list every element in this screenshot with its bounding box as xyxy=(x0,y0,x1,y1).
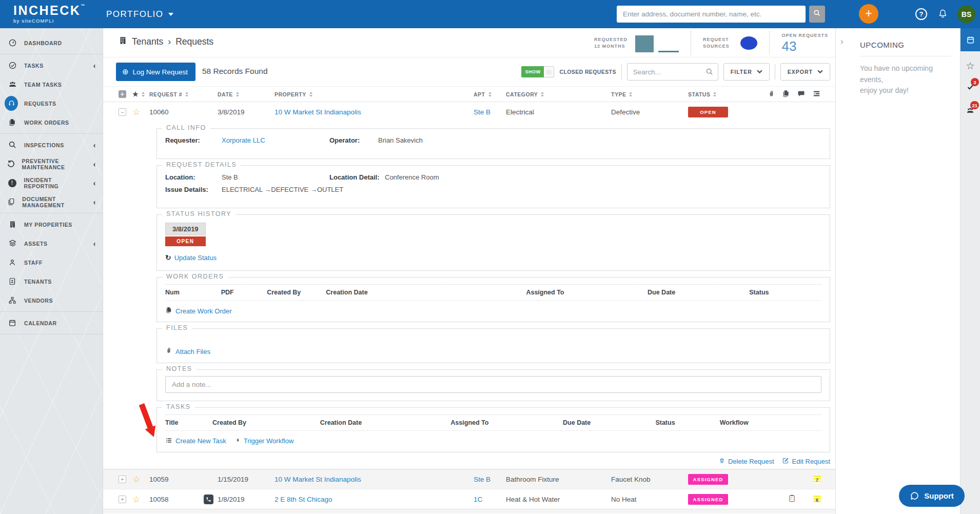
sidebar-item-calendar[interactable]: CALENDAR xyxy=(0,313,103,332)
export-button[interactable]: EXPORT xyxy=(780,63,830,81)
sidebar-item-work-orders[interactable]: WORK ORDERS xyxy=(0,113,103,132)
star-icon[interactable] xyxy=(132,107,140,117)
global-search-button[interactable] xyxy=(809,6,825,23)
sidebar-item-assets[interactable]: ASSETS xyxy=(0,234,103,253)
sidebar-item-tasks[interactable]: TASKS xyxy=(0,56,103,75)
upcoming-panel: › UPCOMING You have no upcoming events, … xyxy=(835,28,960,514)
portfolio-menu[interactable]: PORTFOLIO xyxy=(106,0,173,28)
log-new-request-button[interactable]: Log New Request xyxy=(116,63,195,81)
inspection-clipboard-icon[interactable] xyxy=(788,494,796,504)
task-count-badge[interactable]: 6 xyxy=(813,496,821,503)
apt-link[interactable]: Ste B xyxy=(474,108,491,116)
sidebar-item-incident-reporting[interactable]: INCIDENT REPORTING xyxy=(0,173,103,192)
open-requests-widget[interactable]: OPEN REQUESTS 43 xyxy=(781,32,834,54)
sort-icon[interactable] xyxy=(142,92,145,97)
sidebar-item-dashboard[interactable]: DASHBOARD xyxy=(0,33,103,52)
rail-tasks-button[interactable]: 3 xyxy=(961,83,980,91)
create-new-task-link[interactable]: Create New Task xyxy=(165,437,226,445)
notifications-bell-icon[interactable] xyxy=(937,8,948,22)
rail-calendar-tab[interactable] xyxy=(961,28,980,51)
update-status-link[interactable]: Update Status xyxy=(165,253,821,262)
attach-files-link[interactable]: Attach Files xyxy=(165,347,821,356)
sidebar-item-tenants[interactable]: TENANTS xyxy=(0,272,103,291)
building-icon xyxy=(7,220,18,229)
collapse-panel-chevron-icon[interactable]: › xyxy=(840,36,844,47)
table-row-10058[interactable]: 10058 1/8/2019 2 E 8th St Chicago 1C Hea… xyxy=(103,489,835,509)
expand-row-icon[interactable] xyxy=(119,476,126,483)
help-icon[interactable] xyxy=(915,8,927,20)
sidebar: DASHBOARD TASKS TEAM TASKS REQUESTS WORK… xyxy=(0,28,103,514)
sidebar-item-document-management[interactable]: DOCUMENT MANAGEMENT xyxy=(0,192,103,211)
rail-favorites-star-icon[interactable] xyxy=(961,60,980,72)
column-category[interactable]: CATEGORY xyxy=(506,91,538,97)
property-link[interactable]: 10 W Market St Indianapolis xyxy=(275,108,361,116)
section-title: WORK ORDERS xyxy=(162,273,228,280)
sort-icon[interactable] xyxy=(713,92,716,97)
requester-link[interactable]: Xorporate LLC xyxy=(222,136,329,144)
sidebar-item-label: TASKS xyxy=(24,63,44,69)
list-rows-icon[interactable] xyxy=(812,90,821,98)
sort-icon[interactable] xyxy=(309,92,312,97)
trigger-workflow-link[interactable]: Trigger Workflow xyxy=(236,437,294,445)
column-request[interactable]: REQUEST # xyxy=(149,91,182,97)
rail-team-button[interactable]: 21 xyxy=(961,106,980,114)
apt-link[interactable]: Ste B xyxy=(474,476,491,483)
request-category: Bathroom Fixture xyxy=(506,476,611,483)
star-icon[interactable] xyxy=(132,90,139,98)
edit-icon xyxy=(782,457,789,466)
sidebar-item-preventive-maintenance[interactable]: PREVENTIVE MAINTENANCE xyxy=(0,154,103,173)
paperclip-icon[interactable] xyxy=(768,90,775,99)
apt-link[interactable]: 1C xyxy=(474,496,482,503)
org-chart-icon xyxy=(7,296,18,305)
main-content: Tenants › Requests REQUESTED 12 MONTHS R… xyxy=(103,28,835,514)
collapse-row-icon[interactable] xyxy=(119,108,126,116)
global-search-input[interactable] xyxy=(617,6,806,23)
sort-icon[interactable] xyxy=(629,92,632,97)
requested-12-months-widget[interactable]: REQUESTED 12 MONTHS xyxy=(594,34,679,52)
app-logo[interactable]: INCHECK™ by siteCOMPLI xyxy=(13,4,86,24)
table-row-10059[interactable]: 10059 1/15/2019 10 W Market St Indianapo… xyxy=(103,469,835,489)
open-requests-label: OPEN REQUESTS xyxy=(781,32,828,39)
chat-bubble-icon[interactable] xyxy=(797,90,806,99)
table-row-10060[interactable]: 10060 3/8/2019 10 W Market St Indianapol… xyxy=(103,102,835,122)
sidebar-item-vendors[interactable]: VENDORS xyxy=(0,291,103,310)
star-icon[interactable] xyxy=(132,495,140,504)
show-toggle-label: SHOW xyxy=(521,66,544,77)
property-link[interactable]: 2 E 8th St Chicago xyxy=(275,496,332,503)
sidebar-item-requests[interactable]: REQUESTS xyxy=(0,94,103,113)
column-property[interactable]: PROPERTY xyxy=(275,91,306,97)
edit-request-link[interactable]: Edit Request xyxy=(782,457,830,466)
add-note-input[interactable] xyxy=(165,376,821,393)
column-type[interactable]: TYPE xyxy=(611,91,626,97)
work-order-pages-icon[interactable] xyxy=(782,89,790,99)
column-status[interactable]: STATUS xyxy=(688,91,710,97)
sort-icon[interactable] xyxy=(488,92,492,97)
add-button[interactable] xyxy=(859,4,878,24)
task-count-badge[interactable]: 7 xyxy=(813,476,821,483)
sidebar-item-staff[interactable]: STAFF xyxy=(0,253,103,272)
support-button[interactable]: Support xyxy=(899,485,965,507)
expand-all-icon[interactable] xyxy=(119,90,126,98)
request-sources-widget[interactable]: REQUEST SOURCES xyxy=(703,36,758,50)
expand-row-icon[interactable] xyxy=(119,496,126,503)
files-section: FILES Attach Files xyxy=(156,328,830,363)
show-closed-toggle[interactable]: SHOW xyxy=(521,66,554,77)
avatar[interactable]: BS xyxy=(957,5,975,23)
sidebar-item-inspections[interactable]: INSPECTIONS xyxy=(0,135,103,154)
sort-icon[interactable] xyxy=(541,92,544,97)
column-apt[interactable]: APT xyxy=(474,91,485,97)
sidebar-item-team-tasks[interactable]: TEAM TASKS xyxy=(0,75,103,94)
star-icon[interactable] xyxy=(132,475,140,484)
filter-label: FILTER xyxy=(731,69,752,75)
filter-button[interactable]: FILTER xyxy=(723,63,770,81)
sort-icon[interactable] xyxy=(236,92,239,97)
column-date[interactable]: DATE xyxy=(218,91,233,97)
widget-divider xyxy=(691,31,691,55)
breadcrumb-section[interactable]: Tenants xyxy=(132,36,163,47)
sort-icon[interactable] xyxy=(185,92,188,97)
table-search-input[interactable] xyxy=(627,63,718,81)
delete-request-link[interactable]: Delete Request xyxy=(719,457,774,466)
property-link[interactable]: 10 W Market St Indianapolis xyxy=(275,476,361,483)
create-work-order-link[interactable]: Create Work Order xyxy=(165,306,232,315)
sidebar-item-my-properties[interactable]: MY PROPERTIES xyxy=(0,215,103,234)
